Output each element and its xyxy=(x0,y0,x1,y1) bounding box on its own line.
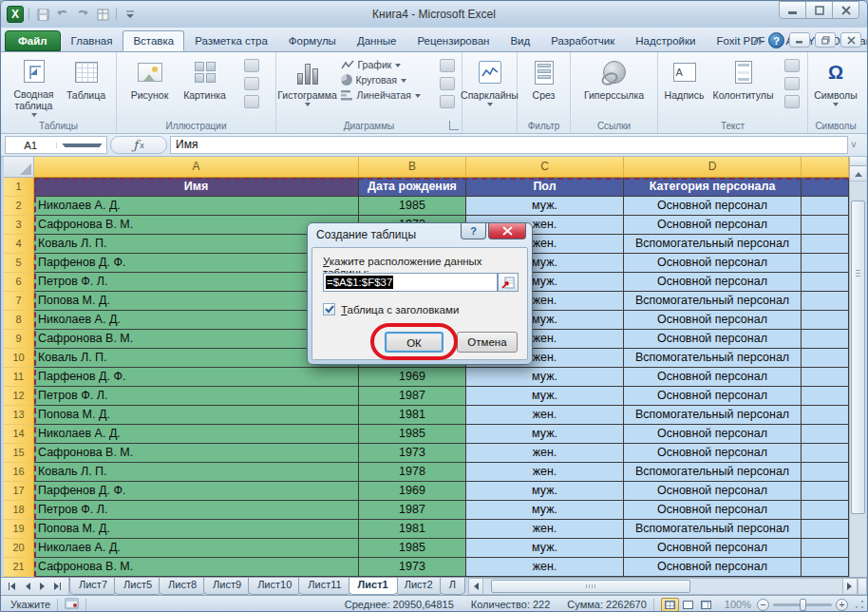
column-header-D[interactable]: D xyxy=(624,157,802,178)
cell[interactable]: жен. xyxy=(466,520,624,539)
cell[interactable]: Вспомогательный персонал xyxy=(624,292,802,311)
cell[interactable]: Основной персонал xyxy=(624,539,802,558)
split-handle[interactable] xyxy=(850,157,866,166)
cell[interactable]: Основной персонал xyxy=(624,330,802,349)
cell[interactable]: 1985 xyxy=(359,539,466,558)
column-header-C[interactable]: C xyxy=(466,157,624,178)
cell[interactable] xyxy=(802,311,849,330)
slicer-button[interactable]: Срез xyxy=(520,54,568,117)
cell[interactable] xyxy=(802,539,849,558)
cell[interactable]: Коваль Л. П. xyxy=(34,463,359,482)
dialog-help-button[interactable]: ? xyxy=(461,223,486,239)
ribbon-tab-вставка[interactable]: Вставка xyxy=(123,30,184,51)
row-header-1[interactable]: 1 xyxy=(4,178,34,197)
cell[interactable]: 1978 xyxy=(359,463,466,482)
sheet-tab-лист11[interactable]: Лист11 xyxy=(298,578,350,595)
cell[interactable]: Вспомогательный персонал xyxy=(624,520,802,539)
close-button[interactable] xyxy=(832,1,859,19)
cell[interactable]: 1969 xyxy=(359,482,466,501)
ok-button[interactable]: ОК xyxy=(385,332,443,353)
horizontal-scroll-thumb[interactable] xyxy=(491,580,690,593)
name-box-dropdown-icon[interactable] xyxy=(56,143,107,148)
normal-view-button[interactable] xyxy=(661,598,679,612)
cell[interactable]: муж. xyxy=(466,425,624,444)
pie-chart-button[interactable]: Круговая xyxy=(337,74,434,86)
zoom-out-button[interactable]: − xyxy=(757,599,769,611)
cancel-button[interactable]: Отмена xyxy=(457,332,518,353)
ribbon-tab-разметка-стра[interactable]: Разметка стра xyxy=(184,30,278,51)
row-header-19[interactable]: 19 xyxy=(4,520,34,539)
vertical-scroll-thumb[interactable] xyxy=(851,201,865,514)
restore-button[interactable] xyxy=(805,1,833,19)
cell[interactable] xyxy=(802,482,849,501)
cell[interactable]: Основной персонал xyxy=(624,558,802,577)
sheet-tab-лист5[interactable]: Лист5 xyxy=(114,578,161,595)
cell[interactable]: Петров Ф. Л. xyxy=(34,501,359,520)
cell[interactable] xyxy=(802,197,849,216)
ribbon-tab-вид[interactable]: Вид xyxy=(500,30,540,51)
sparklines-button[interactable]: Спарклайны xyxy=(463,54,517,117)
cell[interactable] xyxy=(802,520,849,539)
row-header-18[interactable]: 18 xyxy=(4,501,34,520)
cell[interactable]: муж. xyxy=(466,539,624,558)
cell[interactable]: Вспомогательный персонал xyxy=(624,349,802,368)
column-header-partial[interactable] xyxy=(802,157,849,178)
row-header-21[interactable]: 21 xyxy=(4,558,34,577)
sheet-tab-лист8[interactable]: Лист8 xyxy=(159,578,206,595)
cell[interactable] xyxy=(802,178,849,197)
other-charts-icon[interactable] xyxy=(440,95,455,108)
ribbon-tab-формулы[interactable]: Формулы xyxy=(278,30,347,51)
cell[interactable]: Основной персонал xyxy=(624,425,802,444)
cell[interactable]: Основной персонал xyxy=(624,444,802,463)
last-sheet-icon[interactable] xyxy=(50,580,65,594)
row-header-9[interactable]: 9 xyxy=(4,330,34,349)
insert-table-button[interactable]: Таблица xyxy=(62,54,111,117)
cell[interactable]: муж. xyxy=(466,482,624,501)
cell[interactable]: Дата рождения xyxy=(359,178,466,197)
symbols-button[interactable]: Ω Символы xyxy=(810,54,861,117)
workbook-minimize-button[interactable] xyxy=(789,32,810,48)
zoom-slider[interactable] xyxy=(773,603,832,606)
cell[interactable] xyxy=(802,349,849,368)
row-header-4[interactable]: 4 xyxy=(4,235,34,254)
scroll-right-button[interactable] xyxy=(842,578,858,595)
headers-checkbox-label[interactable]: Таблица с заголовками xyxy=(341,304,459,316)
cell[interactable]: Парфенов Д. Ф. xyxy=(34,368,359,387)
cell[interactable]: Основной персонал xyxy=(624,254,802,273)
cell[interactable]: 1973 xyxy=(359,558,466,577)
cell[interactable]: Имя xyxy=(34,178,359,197)
first-sheet-icon[interactable] xyxy=(5,580,19,594)
column-header-B[interactable]: B xyxy=(359,157,466,178)
sheet-tab-лист10[interactable]: Лист10 xyxy=(248,578,301,595)
cell[interactable]: 1987 xyxy=(359,387,466,406)
prev-sheet-icon[interactable] xyxy=(20,580,34,594)
cell[interactable] xyxy=(802,387,849,406)
ribbon-tab-главная[interactable]: Главная xyxy=(61,30,123,51)
row-header-12[interactable]: 12 xyxy=(4,387,34,406)
cell[interactable] xyxy=(802,273,849,292)
cell[interactable]: жен. xyxy=(466,463,624,482)
cell[interactable]: жен. xyxy=(466,406,624,425)
row-header-5[interactable]: 5 xyxy=(4,254,34,273)
dialog-close-button[interactable] xyxy=(488,223,526,239)
cell[interactable] xyxy=(802,292,849,311)
row-header-11[interactable]: 11 xyxy=(4,368,34,387)
hyperlink-button[interactable]: Гиперссылка xyxy=(576,54,652,117)
select-all-corner[interactable] xyxy=(4,157,34,178)
textbox-button[interactable]: A Надпись xyxy=(660,54,709,117)
sheet-tab-лист1[interactable]: Лист1 xyxy=(349,578,398,595)
help-icon[interactable]: ? xyxy=(768,32,784,48)
cell[interactable]: муж. xyxy=(466,368,624,387)
cell[interactable]: Николаев А. Д. xyxy=(34,425,359,444)
minimize-button[interactable] xyxy=(779,1,806,19)
row-header-14[interactable]: 14 xyxy=(4,425,34,444)
cell[interactable] xyxy=(802,501,849,520)
expand-formula-bar-icon[interactable]: ˅ xyxy=(851,140,863,150)
name-box[interactable]: A1 xyxy=(5,136,107,154)
resize-grip[interactable] xyxy=(854,599,865,610)
range-input[interactable]: =$A$1:$F$37 xyxy=(323,273,498,292)
area-chart-icon[interactable] xyxy=(440,59,455,72)
cell[interactable]: Попова М. Д. xyxy=(34,406,359,425)
row-header-10[interactable]: 10 xyxy=(4,349,34,368)
cell[interactable]: Попова М. Д. xyxy=(34,520,359,539)
